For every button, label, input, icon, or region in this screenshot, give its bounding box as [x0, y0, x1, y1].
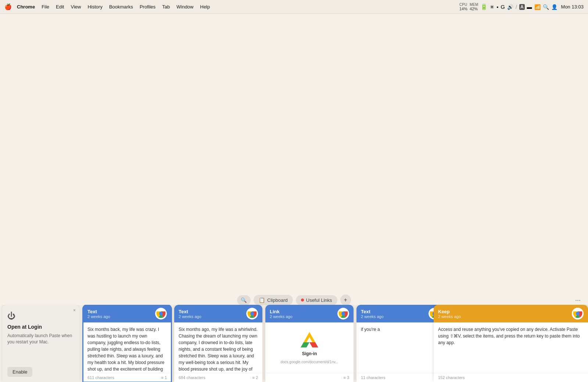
apple-menu[interactable]: 🍎: [4, 3, 12, 10]
clip-card-3-index: ≡ 3: [343, 375, 349, 380]
clip-card-3-time: 2 weeks ago: [270, 314, 293, 319]
text-icon[interactable]: A: [519, 4, 525, 10]
red-dot-icon: [301, 299, 304, 301]
clip-card-4[interactable]: Text 2 weeks ago if you're a 11: [356, 305, 445, 382]
menubar-view[interactable]: View: [68, 3, 84, 10]
clip-card-1-chars: 611 characters: [87, 375, 114, 380]
menubar-help[interactable]: Help: [197, 3, 213, 10]
clipboard-button[interactable]: 📋 Clipboard: [254, 295, 293, 305]
useful-links-button[interactable]: Useful Links: [296, 295, 337, 305]
clip-card-1-body: Six months back, my life was crazy. I wa…: [83, 322, 171, 373]
menubar-history[interactable]: History: [85, 3, 105, 10]
svg-marker-7: [304, 332, 315, 342]
keep-card-type: Keep: [438, 309, 461, 314]
clip-card-1-content: Six months back, my life was crazy. I wa…: [87, 327, 164, 373]
menubar-left: 🍎 Chrome File Edit View History Bookmark…: [4, 3, 213, 10]
svg-marker-9: [309, 342, 318, 347]
clip-card-4-chars: 11 characters: [361, 375, 386, 380]
keep-card-icon: [572, 308, 584, 319]
clip-card-2-body: Six months ago, my life was a whirlwind.…: [174, 322, 262, 373]
keep-card-content: Access and reuse anything you've copied …: [438, 327, 580, 345]
clip-card-3-chrome-icon: [337, 308, 349, 319]
clip-card-3-header: Link 2 weeks ago: [265, 305, 354, 322]
useful-links-label: Useful Links: [306, 297, 332, 303]
clip-card-3-type: Link: [270, 309, 293, 314]
sidebar-icon[interactable]: ▪: [496, 4, 498, 10]
clip-card-2-chrome-icon: [246, 308, 258, 319]
clip-card-2[interactable]: Text 2 weeks ago Six months ago, my life…: [174, 305, 262, 382]
battery-bar-icon: ▬: [527, 4, 532, 10]
clip-card-4-header-left: Text 2 weeks ago: [361, 309, 384, 319]
main-content: 🔍 📋 Clipboard Useful Links + ··· × ⏻ Ope…: [0, 14, 588, 382]
clip-card-2-header-left: Text 2 weeks ago: [179, 309, 201, 319]
clipboard-icon: 📋: [259, 297, 265, 303]
clip-card-2-type: Text: [179, 309, 201, 314]
spark-icon[interactable]: ✳: [490, 4, 494, 10]
keep-card-header: Keep 2 weeks ago: [434, 305, 588, 322]
keep-card-time: 2 weeks ago: [438, 314, 461, 319]
clip-card-3-header-left: Link 2 weeks ago: [270, 309, 293, 319]
menubar-window[interactable]: Window: [173, 3, 196, 10]
clock: Mon 13:03: [561, 4, 584, 10]
clip-card-4-footer: 11 characters ≡ 4: [356, 373, 445, 382]
clip-card-3[interactable]: Link 2 weeks ago: [265, 305, 354, 382]
notification-title: Open at Login: [7, 324, 74, 330]
clip-card-3-link-url: docs.google.com/document/d/1nv...: [280, 359, 338, 365]
enable-button[interactable]: Enable: [7, 367, 32, 377]
menubar-bookmarks[interactable]: Bookmarks: [106, 3, 136, 10]
keep-card-footer: 152 characters: [434, 373, 588, 382]
cpu-status: CPU 14%: [459, 3, 467, 11]
clipboard-label: Clipboard: [267, 297, 288, 303]
svg-point-4: [250, 312, 254, 315]
clip-card-3-footer: ≡ 3: [265, 373, 354, 382]
notification-close-button[interactable]: ×: [73, 308, 76, 313]
notification-description: Automatically launch Paste when you rest…: [7, 333, 74, 345]
search-icon: 🔍: [241, 297, 247, 303]
search-menubar-icon[interactable]: 🔍: [543, 4, 549, 10]
svg-point-13: [576, 312, 580, 315]
keep-card-header-left: Keep 2 weeks ago: [438, 309, 461, 319]
slash-icon: /: [516, 4, 517, 10]
clip-card-2-time: 2 weeks ago: [179, 314, 201, 319]
clip-card-1-header: Text 2 weeks ago: [83, 305, 171, 322]
speaker-icon[interactable]: 🔊: [507, 4, 513, 10]
clip-card-1-header-left: Text 2 weeks ago: [87, 309, 110, 319]
keep-card[interactable]: Keep 2 weeks ago Access and reuse anythi…: [434, 305, 588, 382]
keep-card-body: Access and reuse anything you've copied …: [434, 322, 588, 373]
clip-card-2-content: Six months ago, my life was a whirlwind.…: [179, 327, 258, 373]
clip-card-1[interactable]: Text 2 weeks ago Six months back, my lif…: [83, 305, 171, 382]
clip-card-2-index: ≡ 2: [252, 375, 258, 380]
clip-card-1-footer: 611 characters ≡ 1: [83, 373, 171, 382]
clip-card-2-footer: 684 characters ≡ 2: [174, 373, 262, 382]
clip-card-3-link-title: Sign-in: [302, 350, 317, 357]
wifi-icon[interactable]: 📶: [534, 4, 541, 10]
menubar-edit[interactable]: Edit: [53, 3, 67, 10]
menubar-file[interactable]: File: [39, 3, 52, 10]
menubar-right: CPU 14% MEM 42% 🔋 ✳ ▪ G 🔊 / A ▬ 📶 🔍 👤 Mo…: [459, 3, 584, 11]
clip-card-4-time: 2 weeks ago: [361, 314, 384, 319]
menubar-chrome[interactable]: Chrome: [14, 3, 38, 10]
gdrive-icon: [301, 331, 318, 348]
notification-card: × ⏻ Open at Login Automatically launch P…: [2, 305, 79, 382]
add-button[interactable]: +: [340, 294, 351, 306]
search-button[interactable]: 🔍: [237, 295, 251, 305]
menubar-profiles[interactable]: Profiles: [137, 3, 158, 10]
clip-card-3-body: Sign-in docs.google.com/document/d/1nv..…: [265, 322, 354, 373]
clip-card-2-chars: 684 characters: [179, 375, 205, 380]
clip-card-1-time: 2 weeks ago: [87, 314, 110, 319]
clip-card-4-content: if you're a: [361, 327, 380, 332]
svg-point-2: [159, 312, 163, 315]
cards-area: × ⏻ Open at Login Automatically launch P…: [0, 305, 588, 382]
user-icon[interactable]: 👤: [551, 4, 557, 10]
battery-icon: 🔋: [480, 3, 488, 10]
menubar-tab[interactable]: Tab: [159, 3, 173, 10]
keep-card-chars: 152 characters: [438, 375, 465, 380]
clip-card-1-chrome-icon: [155, 308, 167, 319]
clip-card-4-header: Text 2 weeks ago: [356, 305, 445, 322]
more-button[interactable]: ···: [575, 296, 581, 304]
g-icon[interactable]: G: [501, 4, 505, 10]
mem-status: MEM 42%: [470, 3, 478, 11]
clip-card-1-index: ≡ 1: [161, 375, 167, 380]
menubar: 🍎 Chrome File Edit View History Bookmark…: [0, 0, 588, 14]
clip-card-4-body: if you're a: [356, 322, 445, 373]
